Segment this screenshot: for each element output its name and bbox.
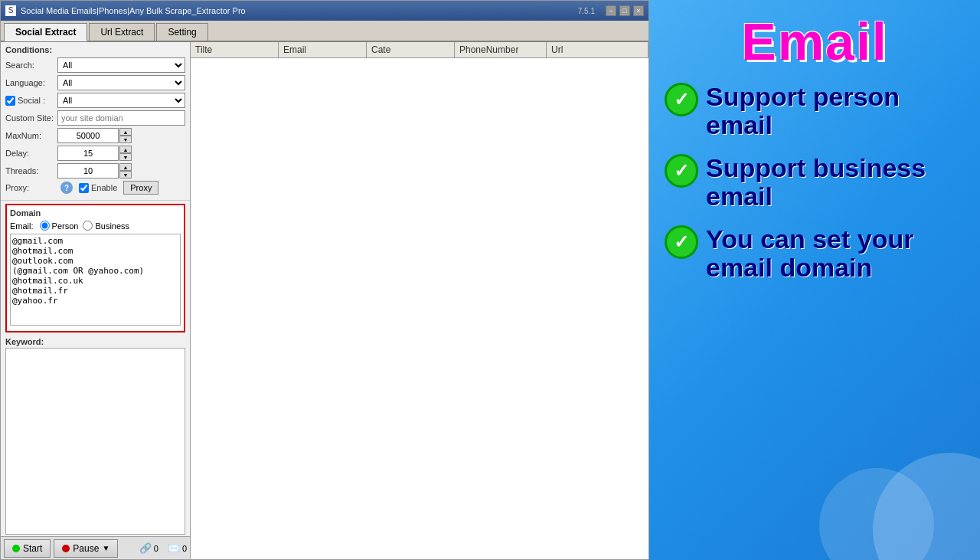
app-title: Social Media Emails|Phones|Any Bulk Scra… [21, 6, 246, 15]
check-icon-1: ✓ [665, 83, 698, 116]
tab-bar: Social Extract Url Extract Setting [1, 21, 648, 42]
restore-button[interactable]: □ [619, 5, 630, 16]
delay-label: Delay: [5, 149, 57, 158]
domain-list[interactable] [10, 234, 181, 326]
threads-label: Threads: [5, 166, 57, 175]
maxnum-row: MaxNum: ▲ ▼ [5, 128, 185, 143]
col-header-title: Tilte [191, 42, 279, 57]
threads-input[interactable] [57, 163, 119, 178]
ad-feature-text-1: Support person email [706, 83, 965, 140]
person-radio-label[interactable]: Person [40, 221, 79, 231]
business-radio[interactable] [83, 221, 93, 231]
ad-feature-text-3: You can set your email domain [706, 225, 965, 283]
custom-site-label: Custom Site: [5, 113, 57, 123]
language-select[interactable]: All [57, 75, 185, 90]
search-label: Search: [5, 61, 57, 70]
start-icon [12, 545, 20, 552]
col-header-cate: Cate [367, 42, 455, 57]
proxy-enable-checkbox[interactable] [79, 183, 89, 193]
business-radio-label[interactable]: Business [83, 221, 129, 231]
social-select[interactable]: All [57, 93, 185, 108]
delay-down[interactable]: ▼ [119, 153, 132, 161]
proxy-help-button[interactable]: ? [60, 182, 73, 194]
status-area: 🔗 0 ✉️ 0 [121, 542, 187, 554]
pause-icon [62, 545, 70, 552]
col-header-phone: PhoneNumber [455, 42, 547, 57]
proxy-enable-label[interactable]: Enable [79, 183, 117, 193]
threads-down[interactable]: ▼ [119, 171, 132, 178]
minimize-button[interactable]: − [606, 5, 616, 16]
ad-feature-3: ✓ You can set your email domain [665, 225, 965, 283]
social-label[interactable]: Social : [5, 96, 57, 106]
social-row: Social : All [5, 93, 185, 108]
maxnum-label: MaxNum: [5, 131, 57, 140]
tab-url-extract[interactable]: Url Extract [89, 23, 155, 41]
maxnum-input[interactable] [57, 128, 119, 143]
social-checkbox[interactable] [5, 96, 15, 106]
link-count: 0 [154, 544, 158, 553]
proxy-button[interactable]: Proxy [123, 181, 158, 195]
domain-section: Domain Email: Person Business [5, 204, 185, 332]
custom-site-row: Custom Site: [5, 110, 185, 126]
maxnum-up[interactable]: ▲ [119, 128, 132, 136]
delay-row: Delay: ▲ ▼ [5, 146, 185, 161]
start-button[interactable]: Start [4, 539, 51, 558]
language-row: Language: All [5, 75, 185, 90]
col-header-email: Email [279, 42, 367, 57]
pause-arrow: ▼ [102, 544, 109, 552]
link-icon: 🔗 [139, 542, 152, 554]
conditions-section: Conditions: Search: All Language: All [1, 42, 190, 201]
title-bar: S Social Media Emails|Phones|Any Bulk Sc… [1, 1, 648, 21]
email-icon: ✉️ [168, 542, 180, 554]
proxy-row: Proxy: ? Enable Proxy [5, 181, 185, 195]
check-icon-2: ✓ [665, 154, 698, 188]
pause-button[interactable]: Pause ▼ [54, 539, 118, 558]
email-type-row: Email: Person Business [10, 221, 181, 231]
bottom-bar: Start Pause ▼ 🔗 0 ✉️ 0 [1, 536, 190, 559]
close-button[interactable]: × [633, 5, 644, 16]
link-status: 🔗 0 [139, 542, 158, 554]
ad-panel: Email ✓ Support person email ✓ Support b… [649, 0, 980, 560]
right-panel: Tilte Email Cate PhoneNumber Url [191, 42, 648, 559]
ad-feature-1: ✓ Support person email [665, 83, 965, 140]
grid-header: Tilte Email Cate PhoneNumber Url [191, 42, 648, 58]
search-row: Search: All [5, 57, 185, 73]
left-panel: Conditions: Search: All Language: All [1, 42, 191, 559]
conditions-title: Conditions: [5, 45, 185, 54]
app-version: 7.5.1 [578, 7, 595, 15]
custom-site-input[interactable] [57, 110, 185, 126]
keyword-title: Keyword: [5, 337, 185, 346]
email-type-label: Email: [10, 221, 34, 231]
delay-up[interactable]: ▲ [119, 146, 132, 153]
proxy-label: Proxy: [5, 183, 57, 192]
search-select[interactable]: All [57, 57, 185, 73]
check-icon-3: ✓ [665, 225, 698, 259]
tab-social-extract[interactable]: Social Extract [4, 23, 87, 41]
ad-feature-text-2: Support business email [706, 154, 965, 211]
ad-title: Email [741, 15, 887, 67]
keyword-section: Keyword: [1, 336, 190, 536]
threads-up[interactable]: ▲ [119, 163, 132, 171]
keyword-textarea[interactable] [5, 348, 185, 535]
ad-feature-2: ✓ Support business email [665, 154, 965, 211]
domain-title: Domain [10, 208, 181, 218]
threads-row: Threads: ▲ ▼ [5, 163, 185, 178]
app-icon: S [5, 5, 16, 16]
grid-body [191, 58, 648, 559]
delay-input[interactable] [57, 146, 119, 161]
app-window: S Social Media Emails|Phones|Any Bulk Sc… [0, 0, 649, 560]
main-content: Conditions: Search: All Language: All [1, 42, 648, 559]
email-status: ✉️ 0 [168, 542, 187, 554]
tab-setting[interactable]: Setting [156, 23, 207, 41]
col-header-url: Url [547, 42, 648, 57]
maxnum-down[interactable]: ▼ [119, 136, 132, 143]
person-radio[interactable] [40, 221, 50, 231]
language-label: Language: [5, 78, 57, 87]
email-count: 0 [182, 544, 187, 553]
